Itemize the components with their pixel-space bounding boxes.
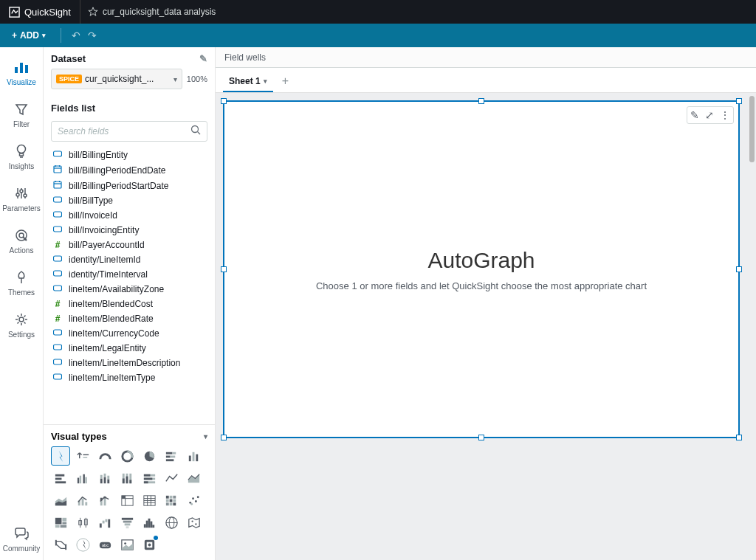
svg-rect-51 — [55, 477, 61, 480]
field-item[interactable]: #lineItem/BlendedCost — [44, 297, 215, 311]
vt-heatmap[interactable] — [162, 491, 181, 510]
svg-point-105 — [190, 502, 193, 505]
search-input[interactable] — [58, 126, 190, 136]
analysis-title[interactable]: cur_quicksight_data analysis — [80, 7, 223, 17]
undo-redo-group: ↶ ↷ — [72, 30, 97, 41]
field-item[interactable]: identity/LineItemId — [44, 252, 215, 267]
vt-custom-visual[interactable] — [117, 535, 137, 554]
svg-rect-20 — [54, 166, 61, 173]
vt-combo[interactable] — [73, 491, 92, 510]
nav-visualize[interactable]: Visualize — [0, 52, 43, 94]
svg-rect-99 — [169, 502, 172, 505]
svg-rect-60 — [103, 473, 106, 477]
field-wells-bar[interactable]: Field wells — [216, 47, 756, 68]
dataset-row: SPICE cur_quicksight_... ▾ 100% — [44, 69, 215, 97]
visualize-icon — [0, 58, 43, 77]
field-item[interactable]: identity/TimeInterval — [44, 267, 215, 282]
svg-rect-98 — [165, 502, 168, 505]
svg-rect-124 — [145, 520, 148, 528]
svg-rect-59 — [103, 477, 106, 483]
svg-rect-77 — [85, 502, 87, 505]
vt-treemap[interactable] — [51, 513, 70, 532]
sheet-canvas[interactable]: ✎ ⤢ ⋮ AutoGraph Choose 1 or more fields … — [216, 93, 756, 560]
vt-kpi[interactable] — [73, 446, 92, 466]
vt-boxplot[interactable] — [73, 513, 92, 532]
svg-rect-37 — [54, 374, 62, 379]
visual-container[interactable]: ✎ ⤢ ⋮ AutoGraph Choose 1 or more fields … — [223, 100, 740, 438]
add-button[interactable]: + ADD ▾ — [7, 30, 50, 41]
field-item[interactable]: lineItem/LineItemType — [44, 370, 215, 385]
vt-autograph[interactable] — [51, 446, 70, 466]
vt-area[interactable] — [184, 469, 203, 488]
vt-gauge[interactable] — [95, 446, 114, 466]
search-fields[interactable] — [51, 121, 207, 142]
field-item[interactable]: bill/InvoiceId — [44, 208, 215, 223]
field-item[interactable]: #lineItem/BlendedRate — [44, 311, 215, 326]
nav-label: Filter — [0, 120, 43, 128]
vt-histogram[interactable] — [140, 513, 159, 532]
vt-sankey[interactable] — [51, 535, 70, 554]
vt-table[interactable] — [140, 491, 159, 510]
vt-vbar-grouped[interactable] — [73, 469, 92, 488]
scrollbar-thumb[interactable] — [749, 96, 755, 162]
sheet-tab[interactable]: Sheet 1 ▾ — [223, 72, 273, 92]
edit-dataset-button[interactable]: ✎ — [199, 53, 207, 64]
vt-combo-stacked[interactable] — [95, 491, 114, 510]
vt-filled-map[interactable] — [184, 513, 203, 532]
field-item[interactable]: bill/BillingEntity — [44, 148, 215, 162]
visual-types-header[interactable]: Visual types ▾ — [51, 425, 207, 446]
field-item[interactable]: lineItem/CurrencyCode — [44, 326, 215, 341]
vt-waterfall[interactable] — [95, 513, 114, 532]
nav-themes[interactable]: Themes — [0, 262, 43, 304]
vt-donut[interactable] — [117, 446, 137, 466]
svg-point-17 — [192, 126, 199, 133]
nav-parameters[interactable]: Parameters — [0, 178, 43, 220]
nav-filter[interactable]: Filter — [0, 94, 43, 136]
vt-hbar-stacked[interactable] — [162, 446, 181, 466]
dataset-selector[interactable]: SPICE cur_quicksight_... ▾ — [51, 69, 182, 89]
nav-community[interactable]: Community — [0, 518, 43, 560]
scrollbar[interactable] — [749, 93, 755, 560]
field-item[interactable]: bill/BillingPeriodEndDate — [44, 162, 215, 178]
svg-rect-19 — [54, 151, 62, 156]
redo-button[interactable]: ↷ — [88, 30, 97, 41]
field-item[interactable]: bill/InvoicingEntity — [44, 223, 215, 238]
vt-vbar[interactable] — [184, 446, 203, 466]
svg-rect-47 — [188, 455, 190, 461]
undo-button[interactable]: ↶ — [72, 30, 80, 41]
vt-line[interactable] — [162, 469, 181, 488]
vt-scatter[interactable] — [184, 491, 203, 510]
add-sheet-button[interactable]: + — [278, 70, 293, 92]
vt-word-cloud[interactable]: abc — [95, 535, 114, 554]
field-item[interactable]: #bill/PayerAccountId — [44, 238, 215, 252]
brand-logo[interactable]: QuickSight — [0, 0, 80, 24]
nav-label: Visualize — [0, 78, 43, 86]
svg-point-139 — [124, 542, 126, 545]
vt-area-stacked[interactable] — [51, 491, 70, 510]
nav-settings[interactable]: Settings — [0, 304, 43, 346]
field-name: bill/BillingPeriodEndDate — [69, 165, 165, 176]
vt-geo-map[interactable] — [162, 513, 181, 532]
field-item[interactable]: bill/BillType — [44, 193, 215, 208]
nav-insights[interactable]: Insights — [0, 136, 43, 178]
field-name: bill/BillType — [69, 196, 113, 206]
vt-vbar-100[interactable] — [117, 469, 137, 488]
vt-funnel[interactable] — [117, 513, 137, 532]
svg-rect-107 — [62, 517, 66, 521]
field-item[interactable]: lineItem/AvailabilityZone — [44, 282, 215, 297]
field-item[interactable]: bill/BillingPeriodStartDate — [44, 178, 215, 193]
svg-rect-35 — [54, 345, 62, 350]
svg-rect-117 — [105, 519, 107, 522]
field-item[interactable]: lineItem/LineItemDescription — [44, 356, 215, 370]
nav-actions[interactable]: Actions — [0, 220, 43, 262]
field-item[interactable]: lineItem/LegalEntity — [44, 341, 215, 356]
vt-vbar-stacked[interactable] — [95, 469, 114, 488]
vt-pivot[interactable] — [117, 491, 137, 510]
svg-rect-38 — [83, 454, 89, 454]
vt-radar[interactable] — [140, 535, 159, 554]
vt-hbar[interactable] — [51, 469, 70, 488]
vt-hbar-100[interactable] — [140, 469, 159, 488]
svg-rect-28 — [54, 197, 62, 202]
vt-insight[interactable] — [73, 535, 92, 554]
vt-pie[interactable] — [140, 446, 159, 466]
